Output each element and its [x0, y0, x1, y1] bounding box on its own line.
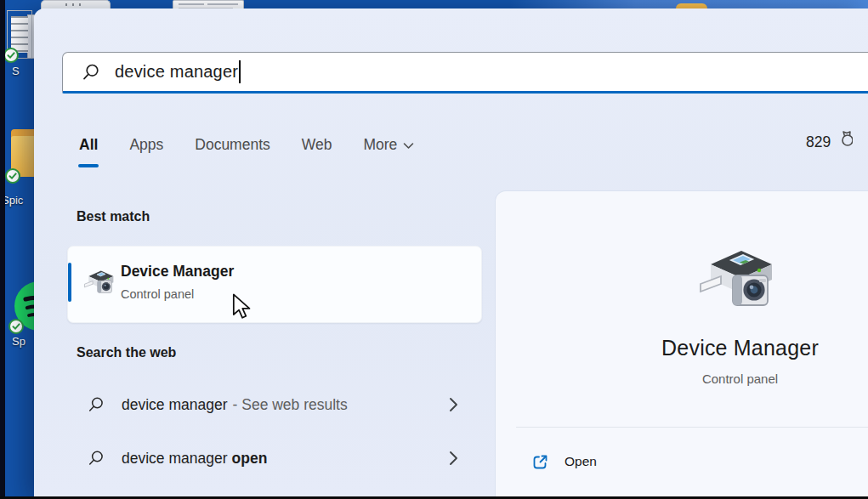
tab-apps[interactable]: Apps — [129, 136, 163, 167]
best-match-result[interactable]: Device Manager Control panel — [67, 246, 482, 323]
divider — [516, 427, 868, 428]
open-label: Open — [564, 454, 597, 469]
doc-text-line — [179, 3, 204, 5]
tab-more[interactable]: More — [363, 136, 414, 167]
tab-all[interactable]: All — [79, 136, 98, 167]
preview-subtitle: Control panel — [496, 371, 868, 386]
suggestion-text: device manageropen — [122, 450, 267, 468]
device-manager-icon — [82, 267, 118, 303]
desktop-icon-label: S — [12, 65, 20, 77]
doc-text-line — [207, 3, 238, 5]
search-input[interactable]: device manager — [62, 52, 868, 94]
suggestion-emphasis: open — [232, 450, 268, 467]
selection-accent-bar — [68, 263, 71, 302]
chevron-down-icon — [403, 142, 414, 150]
tab-web[interactable]: Web — [302, 136, 332, 167]
search-filter-tabs: All Apps Documents Web More — [79, 136, 414, 167]
result-title: Device Manager — [121, 263, 234, 281]
search-icon — [88, 396, 105, 413]
preview-pane: Device Manager Control panel Open — [496, 191, 868, 499]
web-suggestion-see-results[interactable]: device manager- See web results — [67, 385, 467, 424]
sync-check-icon — [3, 48, 19, 63]
window-menu-dots-icon — [64, 3, 82, 6]
sync-check-icon — [5, 168, 20, 184]
result-subtitle: Control panel — [121, 287, 194, 301]
desktop-icon-label: Sp — [12, 335, 26, 348]
best-match-header: Best match — [77, 209, 150, 224]
search-icon — [82, 63, 100, 82]
search-icon — [88, 450, 105, 467]
tab-documents[interactable]: Documents — [195, 136, 270, 167]
device-manager-icon-large — [695, 244, 784, 322]
rewards-medal-icon — [836, 129, 853, 151]
external-link-icon — [531, 453, 549, 471]
chevron-right-icon — [449, 451, 458, 466]
text-cursor — [239, 60, 241, 83]
suggestion-text: device manager- See web results — [122, 396, 348, 414]
search-web-header: Search the web — [77, 345, 176, 360]
screen-edge — [0, 0, 5, 499]
search-query-text: device manager — [115, 62, 238, 82]
open-action[interactable]: Open — [516, 442, 868, 481]
mouse-cursor — [232, 293, 252, 324]
rewards-points-value: 829 — [806, 133, 831, 151]
chevron-right-icon — [449, 397, 458, 412]
rewards-points-button[interactable]: 829 — [806, 133, 853, 151]
web-suggestion-open[interactable]: device manageropen — [67, 439, 467, 478]
preview-title: Device Manager — [496, 336, 868, 360]
search-flyout-panel: device manager All Apps Documents Web Mo… — [34, 9, 868, 499]
sync-check-icon — [9, 319, 24, 334]
suggestion-annotation: - See web results — [233, 396, 348, 413]
